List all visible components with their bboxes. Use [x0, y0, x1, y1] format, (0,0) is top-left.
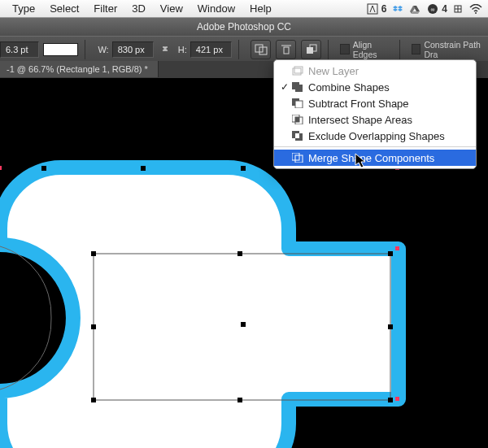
intersect-icon	[290, 114, 305, 125]
svg-text:∞: ∞	[431, 7, 435, 12]
wifi-icon[interactable]	[468, 2, 483, 16]
check-mark-icon: ✓	[279, 81, 290, 93]
bbox-handle[interactable]	[0, 166, 2, 170]
path-handle[interactable]	[237, 251, 242, 256]
menu-type[interactable]: Type	[5, 0, 42, 18]
bbox-handle[interactable]	[395, 397, 399, 401]
separator	[328, 40, 329, 59]
menu-combine-shapes[interactable]: ✓ Combine Shapes	[274, 79, 476, 95]
height-label: H:	[178, 45, 187, 54]
separator	[399, 40, 400, 59]
align-edges-checkbox[interactable]: Align Edges	[340, 40, 393, 59]
menu-filter[interactable]: Filter	[86, 0, 124, 18]
menu-exclude[interactable]: Exclude Overlapping Shapes	[274, 128, 476, 144]
menu-window[interactable]: Window	[190, 0, 242, 18]
svg-rect-24	[295, 133, 299, 138]
constrain-label: Constrain Path Dra	[424, 40, 488, 59]
checkbox-box-icon	[340, 44, 350, 54]
stroke-weight-field[interactable]: 6.3 pt	[0, 41, 39, 58]
menu-select[interactable]: Select	[42, 0, 86, 18]
menu-item-label: Merge Shape Components	[308, 152, 434, 164]
mac-menu-tray: 6 ∞ 4	[362, 2, 488, 16]
menu-subtract-front[interactable]: Subtract Front Shape	[274, 95, 476, 111]
width-label: W:	[98, 45, 108, 54]
svg-point-6	[475, 12, 477, 14]
path-handle[interactable]	[91, 251, 96, 256]
separator	[85, 40, 85, 59]
path-arrange-button[interactable]	[301, 40, 321, 59]
adobe-icon[interactable]	[365, 2, 380, 16]
svg-rect-21	[295, 117, 299, 122]
app-title: Adobe Photoshop CC	[197, 21, 291, 33]
path-handle[interactable]	[241, 166, 246, 171]
menu-item-label: Intersect Shape Areas	[308, 114, 412, 126]
shape-path[interactable]	[0, 167, 399, 448]
svg-rect-18	[295, 101, 303, 108]
cc-icon[interactable]: ∞	[425, 2, 440, 16]
new-layer-icon	[290, 65, 305, 76]
gdrive-icon[interactable]	[407, 2, 422, 16]
path-handle[interactable]	[388, 251, 393, 256]
document-tab[interactable]: -1 @ 66.7% (Rectangle 1, RGB/8) *	[0, 61, 159, 77]
menu-separator	[274, 146, 476, 147]
menu-3d[interactable]: 3D	[124, 0, 153, 18]
path-handle[interactable]	[41, 166, 46, 171]
constrain-checkbox[interactable]: Constrain Path Dra	[412, 40, 488, 59]
path-handle[interactable]	[141, 166, 146, 171]
menu-item-label: Subtract Front Shape	[308, 98, 409, 110]
path-align-button[interactable]	[276, 40, 296, 59]
path-handle[interactable]	[388, 324, 393, 329]
path-operations-button[interactable]	[251, 40, 271, 59]
menu-view[interactable]: View	[153, 0, 190, 18]
menu-item-label: New Layer	[308, 65, 359, 77]
combine-icon	[290, 81, 305, 93]
menu-item-label: Combine Shapes	[308, 81, 390, 94]
path-handle[interactable]	[91, 324, 96, 329]
cc-notif-count: 4	[442, 3, 447, 15]
svg-rect-16	[295, 85, 303, 92]
adobe-notif-count: 6	[381, 3, 387, 15]
merge-icon	[290, 152, 305, 163]
mac-menu-bar: Type Select Filter 3D View Window Help 6…	[0, 0, 488, 18]
menubar-app-icon[interactable]	[451, 2, 465, 16]
align-edges-label: Align Edges	[353, 40, 393, 59]
svg-rect-10	[284, 47, 289, 54]
menu-help[interactable]: Help	[242, 0, 279, 18]
checkbox-box-icon	[412, 44, 421, 54]
link-wh-icon[interactable]	[159, 41, 172, 59]
menu-new-layer: New Layer	[274, 63, 476, 79]
exclude-icon	[290, 130, 305, 141]
path-handle[interactable]	[41, 322, 46, 327]
menu-merge-components[interactable]: Merge Shape Components	[274, 150, 476, 166]
path-handle[interactable]	[91, 398, 96, 402]
path-operations-menu: New Layer ✓ Combine Shapes Subtract Fron…	[273, 59, 477, 169]
app-title-bar: Adobe Photoshop CC	[0, 18, 488, 37]
height-field[interactable]: 421 px	[190, 41, 232, 58]
path-handle[interactable]	[237, 398, 242, 402]
dropbox-icon[interactable]	[390, 2, 404, 16]
path-handle[interactable]	[388, 398, 393, 402]
cursor-icon	[355, 153, 368, 169]
bbox-handle[interactable]	[395, 246, 399, 250]
path-handle[interactable]	[241, 322, 246, 327]
stroke-style-swatch[interactable]	[43, 43, 78, 56]
menu-intersect[interactable]: Intersect Shape Areas	[274, 111, 476, 128]
separator	[238, 40, 239, 59]
width-field[interactable]: 830 px	[112, 41, 154, 58]
subtract-icon	[290, 98, 305, 109]
menu-item-label: Exclude Overlapping Shapes	[308, 130, 445, 142]
